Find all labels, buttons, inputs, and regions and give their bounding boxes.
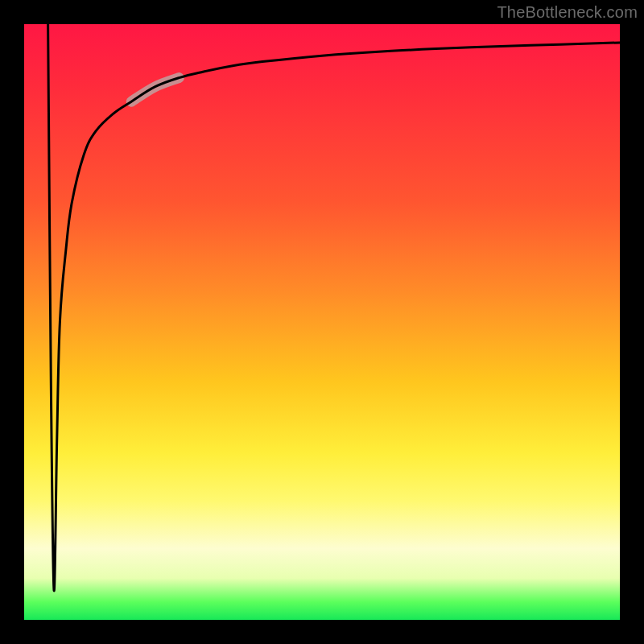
plot-area (24, 24, 620, 620)
curve-layer (24, 24, 620, 620)
chart-frame: TheBottleneck.com (0, 0, 644, 644)
watermark-text: TheBottleneck.com (497, 3, 638, 22)
main-curve (48, 24, 620, 591)
